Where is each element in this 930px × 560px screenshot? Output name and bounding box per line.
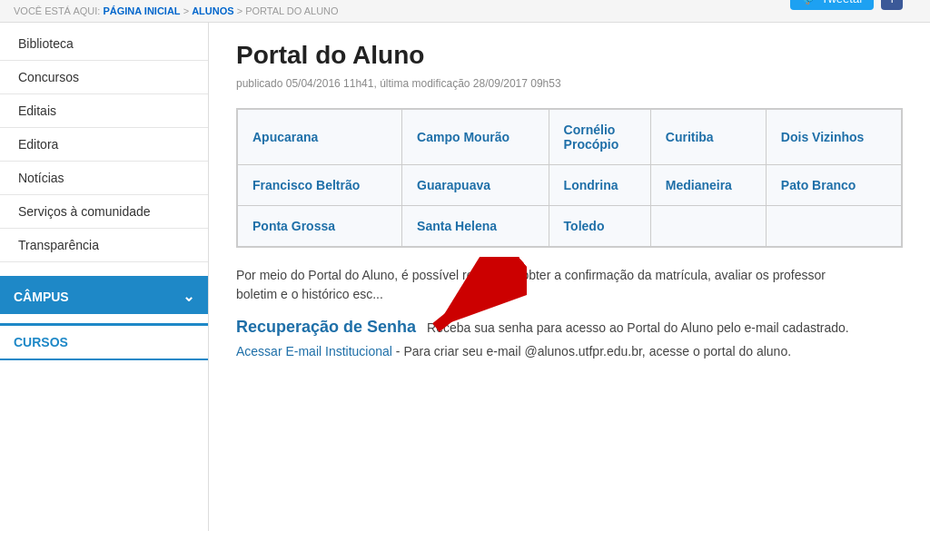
chevron-down-icon: ⌄: [183, 288, 194, 305]
campus-francisco-beltrao[interactable]: Francisco Beltrão: [238, 165, 402, 206]
campus-empty-1: [650, 206, 766, 247]
campus-header[interactable]: CÂMPUS ⌄: [0, 279, 208, 314]
sidebar-item-editora[interactable]: Editora: [0, 128, 208, 162]
campus-grid: Apucarana Campo Mourão CornélioProcópio …: [236, 108, 903, 248]
content-wrapper: 🐦 Tweetar f Portal do Aluno publicado 05…: [236, 41, 903, 359]
recovery-section: Recuperação de Senha Receba sua senha pa…: [236, 318, 903, 337]
main-layout: Biblioteca Concursos Editais Editora Not…: [0, 23, 930, 531]
sidebar: Biblioteca Concursos Editais Editora Not…: [0, 23, 209, 531]
page-title: Portal do Aluno: [236, 41, 903, 70]
cursos-section: CURSOS: [0, 323, 208, 360]
campus-label: CÂMPUS: [14, 290, 69, 304]
main-content: 🐦 Tweetar f Portal do Aluno publicado 05…: [209, 23, 930, 531]
sidebar-item-noticias[interactable]: Notícias: [0, 162, 208, 195]
breadcrumb-home[interactable]: PÁGINA INICIAL: [103, 5, 180, 16]
recovery-desc: Receba sua senha para acesso ao Portal d…: [427, 320, 849, 335]
campus-section: CÂMPUS ⌄: [0, 276, 208, 314]
campus-guarapuava[interactable]: Guarapuava: [402, 165, 549, 206]
campus-empty-2: [766, 206, 901, 247]
campus-apucarana[interactable]: Apucarana: [238, 110, 402, 165]
table-row: Francisco Beltrão Guarapuava Londrina Me…: [238, 165, 902, 206]
campus-santa-helena[interactable]: Santa Helena: [402, 206, 549, 247]
campus-toledo[interactable]: Toledo: [549, 206, 650, 247]
recovery-link[interactable]: Recuperação de Senha: [236, 318, 416, 337]
campus-table: Apucarana Campo Mourão CornélioProcópio …: [237, 109, 902, 247]
sidebar-menu: Biblioteca Concursos Editais Editora Not…: [0, 27, 208, 262]
campus-campo-mourao[interactable]: Campo Mourão: [402, 110, 549, 165]
email-desc: - Para criar seu e-mail @alunos.utfpr.ed…: [396, 344, 791, 359]
breadcrumb-current: PORTAL DO ALUNO: [245, 5, 339, 16]
breadcrumb-alunos[interactable]: ALUNOS: [192, 5, 233, 16]
sidebar-item-editais[interactable]: Editais: [0, 94, 208, 128]
table-row: Apucarana Campo Mourão CornélioProcópio …: [238, 110, 902, 165]
tweet-button[interactable]: 🐦 Tweetar: [790, 0, 874, 10]
sidebar-item-biblioteca[interactable]: Biblioteca: [0, 27, 208, 61]
breadcrumb-label: VOCÊ ESTÁ AQUI:: [14, 5, 100, 16]
campus-cornelio-procopio[interactable]: CornélioProcópio: [549, 110, 650, 165]
campus-pato-branco[interactable]: Pato Branco: [766, 165, 901, 206]
facebook-button[interactable]: f: [881, 0, 903, 10]
social-buttons: 🐦 Tweetar f: [790, 0, 903, 10]
campus-dois-vizinhos[interactable]: Dois Vizinhos: [766, 110, 901, 165]
facebook-icon: f: [890, 0, 894, 5]
campus-londrina[interactable]: Londrina: [549, 165, 650, 206]
email-row: Acessar E-mail Institucional - Para cria…: [236, 344, 903, 359]
table-row: Ponta Grossa Santa Helena Toledo: [238, 206, 902, 247]
sidebar-item-servicos[interactable]: Serviços à comunidade: [0, 195, 208, 229]
description-text: Por meio do Portal do Aluno, é possível …: [236, 268, 826, 301]
campus-ponta-grossa[interactable]: Ponta Grossa: [238, 206, 402, 247]
campus-medianeira[interactable]: Medianeira: [650, 165, 766, 206]
page-meta: publicado 05/04/2016 11h41, última modif…: [236, 77, 903, 90]
sidebar-item-concursos[interactable]: Concursos: [0, 61, 208, 94]
cursos-header[interactable]: CURSOS: [0, 326, 208, 360]
sidebar-item-transparencia[interactable]: Transparência: [0, 229, 208, 262]
description-area: Por meio do Portal do Aluno, é possível …: [236, 266, 903, 304]
campus-curitiba[interactable]: Curitiba: [650, 110, 766, 165]
cursos-label: CURSOS: [14, 335, 68, 349]
email-institutional-link[interactable]: Acessar E-mail Institucional: [236, 344, 392, 359]
tweet-label: Tweetar: [821, 0, 863, 5]
twitter-icon: 🐦: [801, 0, 816, 5]
